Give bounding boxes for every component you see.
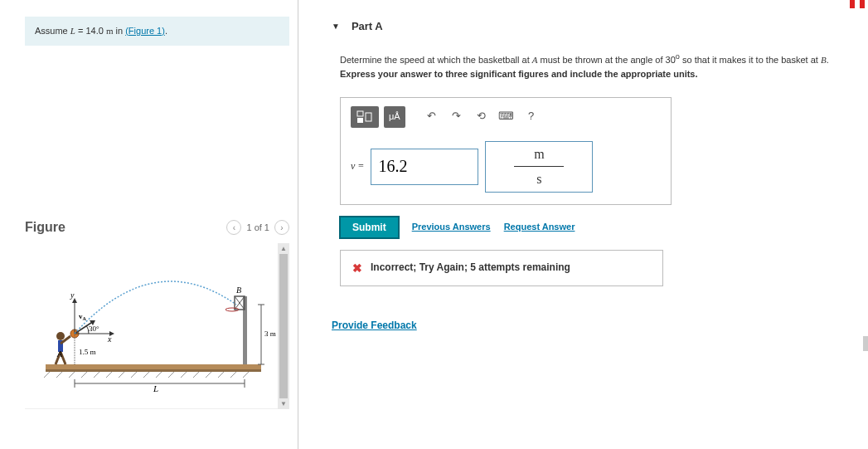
assume-eq: = 14.0 bbox=[75, 26, 106, 36]
label-y: y bbox=[70, 290, 75, 300]
svg-line-3 bbox=[56, 372, 62, 378]
question-line-1: Determine the speed at which the basketb… bbox=[340, 51, 851, 67]
svg-point-19 bbox=[56, 332, 65, 340]
feedback-message: ✖ Incorrect; Try Again; 5 attempts remai… bbox=[340, 250, 663, 286]
svg-rect-0 bbox=[46, 364, 261, 369]
part-title: Part A bbox=[352, 20, 383, 32]
svg-rect-1 bbox=[46, 369, 261, 372]
answer-units-input[interactable]: m s bbox=[485, 141, 593, 193]
svg-line-12 bbox=[168, 372, 174, 378]
figure-title: Figure bbox=[25, 220, 65, 235]
figure-link[interactable]: (Figure 1) bbox=[125, 26, 165, 36]
label-A: A bbox=[56, 349, 63, 359]
svg-line-7 bbox=[106, 372, 112, 378]
figure-next-button[interactable]: › bbox=[274, 220, 289, 235]
svg-line-5 bbox=[81, 372, 87, 378]
collapse-icon[interactable]: ▼ bbox=[332, 22, 340, 31]
request-answer-link[interactable]: Request Answer bbox=[504, 220, 575, 235]
label-h2: 3 m bbox=[264, 329, 276, 338]
svg-line-15 bbox=[206, 372, 211, 378]
question-line-2: Express your answer to three significant… bbox=[340, 67, 851, 82]
undo-button[interactable]: ↶ bbox=[422, 107, 442, 127]
svg-line-10 bbox=[143, 372, 149, 378]
label-L: L bbox=[153, 383, 158, 393]
svg-rect-45 bbox=[366, 113, 371, 121]
submit-button[interactable]: Submit bbox=[340, 217, 399, 238]
keyboard-button[interactable]: ⌨ bbox=[497, 107, 516, 127]
assume-text: Assume bbox=[35, 26, 70, 36]
scroll-up-icon[interactable]: ▲ bbox=[280, 245, 287, 252]
answer-variable: v = bbox=[351, 159, 364, 174]
svg-rect-44 bbox=[357, 118, 363, 123]
symbols-button[interactable]: μÅ bbox=[384, 106, 405, 128]
answer-toolbar: μÅ ↶ ↷ ⟲ ⌨ ? bbox=[351, 106, 661, 128]
label-x: x bbox=[107, 334, 112, 344]
provide-feedback-link[interactable]: Provide Feedback bbox=[332, 320, 417, 331]
svg-line-4 bbox=[69, 372, 75, 378]
label-B: B bbox=[236, 286, 241, 295]
scroll-down-icon[interactable]: ▼ bbox=[280, 400, 287, 408]
svg-line-18 bbox=[243, 372, 249, 378]
figure-svg: y x 30° vA A B 1.5 m 3 m L bbox=[29, 255, 278, 396]
figure-page-info: 1 of 1 bbox=[246, 222, 269, 232]
label-h1: 1.5 m bbox=[79, 348, 96, 356]
svg-line-17 bbox=[230, 372, 236, 378]
assume-unit: m bbox=[106, 26, 114, 36]
figure-prev-button[interactable]: ‹ bbox=[226, 220, 241, 235]
feedback-text: Incorrect; Try Again; 5 attempts remaini… bbox=[371, 260, 570, 276]
svg-line-9 bbox=[131, 372, 137, 378]
svg-line-8 bbox=[119, 372, 124, 378]
figure-nav: ‹ 1 of 1 › bbox=[226, 220, 289, 235]
assume-in: in bbox=[114, 26, 126, 36]
redo-button[interactable]: ↷ bbox=[447, 107, 467, 127]
answer-panel: μÅ ↶ ↷ ⟲ ⌨ ? v = m s bbox=[340, 97, 672, 205]
assume-period: . bbox=[165, 26, 167, 36]
unit-denominator: s bbox=[536, 168, 541, 190]
help-button[interactable]: ? bbox=[521, 107, 541, 127]
svg-line-11 bbox=[156, 372, 162, 378]
templates-icon bbox=[356, 110, 373, 124]
problem-assumption: Assume L = 14.0 m in (Figure 1). bbox=[25, 17, 289, 46]
label-angle: 30° bbox=[89, 325, 99, 333]
unit-numerator: m bbox=[534, 144, 544, 165]
svg-line-6 bbox=[94, 372, 99, 378]
incorrect-icon: ✖ bbox=[352, 259, 362, 277]
answer-value-input[interactable] bbox=[371, 149, 478, 185]
fraction-line bbox=[514, 166, 564, 167]
label-vA: vA bbox=[79, 312, 87, 321]
svg-line-14 bbox=[193, 372, 199, 378]
figure-scrollbar[interactable]: ▲ ▼ bbox=[278, 243, 289, 409]
svg-line-2 bbox=[44, 372, 50, 378]
figure-image: y x 30° vA A B 1.5 m 3 m L bbox=[25, 243, 278, 409]
previous-answers-link[interactable]: Previous Answers bbox=[412, 220, 491, 235]
scroll-thumb[interactable] bbox=[279, 254, 288, 398]
svg-rect-43 bbox=[357, 111, 363, 116]
svg-line-16 bbox=[218, 372, 224, 378]
svg-line-13 bbox=[181, 372, 187, 378]
reset-button[interactable]: ⟲ bbox=[472, 107, 492, 127]
templates-button[interactable] bbox=[351, 106, 379, 128]
